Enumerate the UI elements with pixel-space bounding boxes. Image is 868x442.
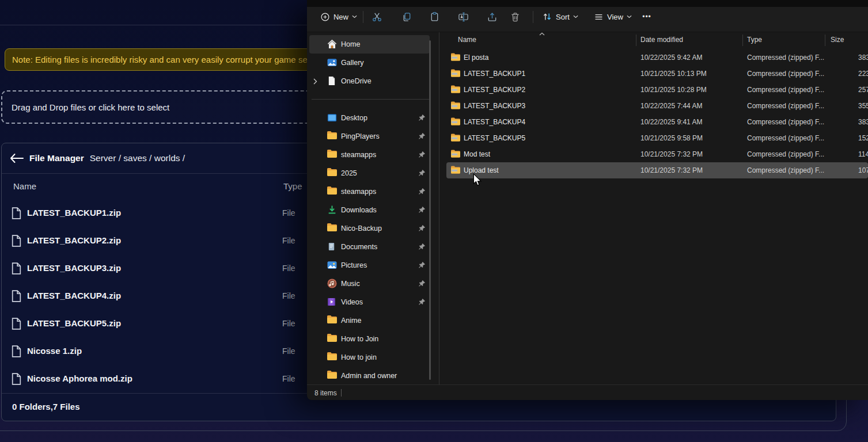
- sidebar-item-label: How to join: [341, 353, 377, 361]
- sidebar-item-documents[interactable]: Documents: [309, 238, 430, 256]
- view-button-label: View: [607, 13, 623, 21]
- delete-button[interactable]: [505, 8, 525, 25]
- document-icon: [12, 318, 21, 330]
- file-type: Compressed (zipped) F...: [747, 102, 824, 110]
- sidebar-item-label: Pictures: [341, 261, 367, 269]
- file-name: LATEST_BACKUP3: [464, 102, 525, 110]
- sidebar-item-pingplayers[interactable]: PingPlayers: [309, 127, 430, 146]
- sidebar-item-gallery[interactable]: Gallery: [309, 54, 430, 72]
- share-button[interactable]: [482, 8, 502, 25]
- fm-file-type: File: [282, 319, 295, 328]
- breadcrumb[interactable]: Server / saves / worlds /: [90, 153, 185, 163]
- column-header-name[interactable]: Name: [458, 36, 476, 44]
- file-type: Compressed (zipped) F...: [747, 118, 824, 126]
- folder-icon: [327, 168, 337, 178]
- file-date-modified: 10/21/2025 10:13 PM: [640, 70, 707, 78]
- sidebar-item-onedrive[interactable]: OneDrive: [309, 72, 430, 90]
- sidebar-item-label: Anime: [341, 317, 361, 325]
- pictures-icon: [327, 260, 337, 270]
- more-options-button[interactable]: •••: [639, 8, 655, 25]
- file-name: LATEST_BACKUP1: [464, 70, 525, 78]
- sidebar-item-steamapps[interactable]: steamapps: [309, 146, 430, 164]
- plus-circle-icon: [320, 12, 330, 22]
- sidebar-item-label: OneDrive: [341, 77, 372, 85]
- sidebar-item-label: steamapps: [341, 188, 376, 196]
- fm-column-type: Type: [283, 181, 302, 191]
- fm-file-type: File: [282, 236, 295, 245]
- sidebar-item-label: Admin and owner: [341, 372, 397, 380]
- sidebar-item-home[interactable]: Home: [309, 35, 430, 54]
- ellipsis-icon: •••: [642, 13, 651, 21]
- document-icon: [12, 373, 21, 385]
- file-row-latest-backup1[interactable]: LATEST_BACKUP1 10/21/2025 10:13 PM Compr…: [446, 66, 868, 82]
- back-arrow-icon[interactable]: [10, 153, 25, 163]
- file-row-latest-backup5[interactable]: LATEST_BACKUP5 10/21/2025 9:58 PM Compre…: [446, 130, 868, 146]
- file-name: El posta: [464, 54, 488, 62]
- new-button[interactable]: New: [314, 8, 363, 25]
- file-row-latest-backup2[interactable]: LATEST_BACKUP2 10/21/2025 10:28 PM Compr…: [446, 82, 868, 98]
- document-icon: [12, 235, 21, 247]
- cut-button[interactable]: [367, 8, 386, 25]
- pin-icon: [418, 206, 426, 214]
- chevron-down-icon: [627, 15, 632, 18]
- chevron-right-icon[interactable]: [313, 78, 318, 85]
- zipped-folder-icon: [451, 69, 460, 78]
- file-date-modified: 10/22/2025 9:42 AM: [640, 54, 702, 62]
- file-type: Compressed (zipped) F...: [747, 54, 824, 62]
- share-icon: [487, 12, 498, 22]
- sidebar-item-admin-and-owner[interactable]: Admin and owner: [309, 367, 430, 385]
- column-separator[interactable]: [636, 35, 636, 46]
- pane-divider[interactable]: [439, 32, 439, 384]
- sidebar-item-videos[interactable]: Videos: [309, 293, 430, 311]
- sidebar-item-label: Videos: [341, 298, 363, 306]
- column-separator[interactable]: [742, 35, 743, 46]
- sidebar-item-how-to-join[interactable]: How to Join: [309, 330, 430, 348]
- sidebar-item-pictures[interactable]: Pictures: [309, 256, 430, 275]
- sidebar-item-2025[interactable]: 2025: [309, 164, 430, 182]
- paste-icon: [429, 12, 440, 22]
- sort-arrows-icon: [542, 12, 552, 22]
- toolbar-separator: [363, 11, 363, 23]
- pin-icon: [418, 298, 426, 306]
- copy-icon: [401, 12, 412, 22]
- sidebar-item-steamapps[interactable]: steamapps: [309, 182, 430, 201]
- sidebar-item-anime[interactable]: Anime: [309, 311, 430, 330]
- zipped-folder-icon: [451, 150, 460, 159]
- paste-button[interactable]: [424, 8, 444, 25]
- rename-icon: [458, 12, 469, 22]
- file-row-latest-backup4[interactable]: LATEST_BACKUP4 10/22/2025 9:41 AM Compre…: [446, 114, 868, 130]
- sidebar-item-label: 2025: [341, 169, 357, 177]
- view-button[interactable]: View: [589, 8, 636, 25]
- file-explorer-window: New Sort Vie: [307, 0, 868, 400]
- sidebar-item-desktop[interactable]: Desktop: [309, 109, 430, 127]
- rename-button[interactable]: [453, 8, 473, 25]
- folder-icon: [327, 131, 337, 141]
- column-header-size[interactable]: Size: [831, 36, 844, 44]
- file-row-upload-test[interactable]: Upload test 10/21/2025 7:32 PM Compresse…: [446, 162, 868, 178]
- column-separator[interactable]: [825, 35, 825, 46]
- item-count: 8 items: [314, 389, 337, 397]
- explorer-top-strip: [307, 0, 868, 7]
- zipped-folder-icon: [451, 101, 460, 110]
- column-header-type[interactable]: Type: [747, 36, 762, 44]
- sidebar-item-downloads[interactable]: Downloads: [309, 201, 430, 219]
- onedrive-icon: [327, 76, 337, 86]
- file-row-el-posta[interactable]: El posta 10/22/2025 9:42 AM Compressed (…: [446, 49, 868, 66]
- sidebar-item-music[interactable]: Music: [309, 275, 430, 293]
- sort-button[interactable]: Sort: [537, 8, 583, 25]
- column-header-date[interactable]: Date modified: [640, 36, 683, 44]
- sidebar-scrollbar[interactable]: [429, 40, 431, 380]
- sidebar-item-label: Home: [341, 40, 360, 48]
- file-type: Compressed (zipped) F...: [747, 166, 824, 174]
- folder-icon: [327, 186, 337, 196]
- fm-file-name: LATEST_BACKUP4.zip: [27, 291, 121, 300]
- sidebar-item-nico-backup[interactable]: Nico-Backup: [309, 219, 430, 238]
- file-row-latest-backup3[interactable]: LATEST_BACKUP3 10/22/2025 7:44 AM Compre…: [446, 98, 868, 114]
- file-row-mod-test[interactable]: Mod test 10/21/2025 7:32 PM Compressed (…: [446, 146, 868, 162]
- file-type: Compressed (zipped) F...: [747, 150, 824, 158]
- copy-button[interactable]: [397, 8, 416, 25]
- toolbar-separator: [533, 11, 533, 23]
- pin-icon: [418, 188, 426, 195]
- fm-file-type: File: [282, 208, 295, 218]
- sidebar-item-how-to-join[interactable]: How to join: [309, 348, 430, 367]
